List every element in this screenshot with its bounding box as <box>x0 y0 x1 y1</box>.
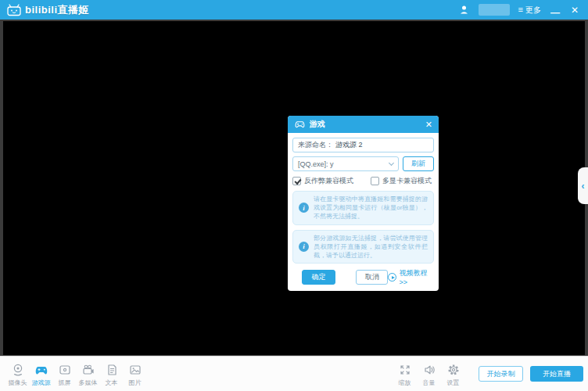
more-label: 更多 <box>525 5 541 16</box>
video-tutorial-link[interactable]: 视频教程>> <box>388 268 432 286</box>
info-icon: i <box>299 242 309 252</box>
settings-tool[interactable]: 设置 <box>442 361 464 387</box>
source-media-label: 多媒体 <box>79 378 98 387</box>
minimize-button[interactable]: — <box>550 8 561 17</box>
source-text[interactable]: 文本 <box>100 361 123 387</box>
source-name-value: 游戏源 2 <box>335 140 363 150</box>
titlebar: bilibili直播姬 ≡ 更多 — ✕ <box>0 0 588 20</box>
refresh-button[interactable]: 刷新 <box>403 156 434 171</box>
checkbox-checked-icon[interactable] <box>292 177 301 185</box>
notice-gpu-text: 请在显卡驱动中将直播姬和需要捕捉的游戏设置为相同显卡运行（核显or独显），不然将… <box>314 195 428 221</box>
gamepad-icon <box>294 120 306 129</box>
play-circle-icon <box>388 273 396 282</box>
source-image-label: 图片 <box>129 378 142 387</box>
source-camera-label: 摄像头 <box>9 378 27 387</box>
process-select[interactable]: [QQ.exe]: y <box>292 156 399 171</box>
webcam-icon <box>11 363 25 377</box>
dialog-close-icon[interactable]: ✕ <box>425 120 432 130</box>
hamburger-icon: ≡ <box>518 5 523 14</box>
notice-admin: i 部分游戏源如无法捕捉，请尝试使用管理员权限打开直播姬，如遇到安全软件拦截，请… <box>292 230 434 264</box>
dialog-title: 游戏 <box>310 119 325 130</box>
source-name-label: 来源命名： <box>298 140 333 150</box>
gear-icon <box>446 363 461 377</box>
picture-icon <box>128 363 142 377</box>
start-live-button[interactable]: 开始直播 <box>530 366 583 382</box>
username-area[interactable] <box>479 4 510 16</box>
zoom-tool-label: 缩放 <box>399 378 411 387</box>
anticheat-checkbox[interactable]: 反作弊兼容模式 <box>292 176 353 186</box>
tv-logo-icon <box>6 4 22 16</box>
more-menu-button[interactable]: ≡ 更多 <box>518 5 541 16</box>
screen-capture-icon <box>58 363 72 377</box>
tool-buttons: 缩放 音量 设置 <box>393 361 464 387</box>
close-button[interactable]: ✕ <box>569 5 580 15</box>
tutorial-label: 视频教程>> <box>399 268 432 286</box>
source-screen-capture[interactable]: 抓屏 <box>53 361 76 387</box>
start-record-button[interactable]: 开始录制 <box>479 366 523 382</box>
media-camera-icon <box>81 363 95 377</box>
source-media[interactable]: 多媒体 <box>77 361 99 387</box>
anticheat-label: 反作弊兼容模式 <box>304 176 353 186</box>
settings-tool-label: 设置 <box>447 378 460 387</box>
app-title: bilibili直播姬 <box>25 3 89 17</box>
notice-gpu: i 请在显卡驱动中将直播姬和需要捕捉的游戏设置为相同显卡运行（核显or独显），不… <box>292 191 434 225</box>
cancel-button[interactable]: 取消 <box>356 270 388 285</box>
source-camera[interactable]: 摄像头 <box>6 361 29 387</box>
panel-collapse-handle[interactable]: ‹ <box>578 167 588 204</box>
process-select-value: [QQ.exe]: y <box>298 160 334 168</box>
chevron-left-icon: ‹ <box>582 181 585 192</box>
source-name-input[interactable]: 来源命名： 游戏源 2 <box>292 138 434 152</box>
chevron-down-icon <box>389 160 394 165</box>
source-game-label: 游戏源 <box>32 378 51 387</box>
multigpu-checkbox[interactable]: 多显卡兼容模式 <box>371 176 432 186</box>
text-doc-icon <box>105 363 119 377</box>
user-icon[interactable] <box>458 4 470 16</box>
volume-tool-label: 音量 <box>423 378 436 387</box>
volume-tool[interactable]: 音量 <box>418 361 440 387</box>
source-image[interactable]: 图片 <box>124 361 146 387</box>
bottom-toolbar: 摄像头 游戏源 抓屏 多媒体 <box>0 356 588 391</box>
zoom-tool[interactable]: 缩放 <box>393 361 416 387</box>
app-logo: bilibili直播姬 <box>6 3 89 17</box>
game-source-dialog: 游戏 ✕ 来源命名： 游戏源 2 [QQ.exe]: y 刷新 反作弊兼容模式 … <box>288 116 439 291</box>
multigpu-label: 多显卡兼容模式 <box>382 176 432 186</box>
dialog-header: 游戏 ✕ <box>288 116 439 133</box>
source-text-label: 文本 <box>106 378 118 387</box>
ok-button[interactable]: 确定 <box>302 270 335 285</box>
gamepad-icon <box>34 363 48 377</box>
source-screen-capture-label: 抓屏 <box>59 378 71 387</box>
checkbox-unchecked-icon[interactable] <box>371 177 379 185</box>
source-game[interactable]: 游戏源 <box>30 361 52 387</box>
source-buttons: 摄像头 游戏源 抓屏 多媒体 <box>6 361 146 387</box>
speaker-icon <box>422 363 436 377</box>
expand-arrows-icon <box>398 363 412 377</box>
notice-admin-text: 部分游戏源如无法捕捉，请尝试使用管理员权限打开直播姬，如遇到安全软件拦截，请予以… <box>314 234 428 260</box>
info-icon: i <box>299 203 309 213</box>
